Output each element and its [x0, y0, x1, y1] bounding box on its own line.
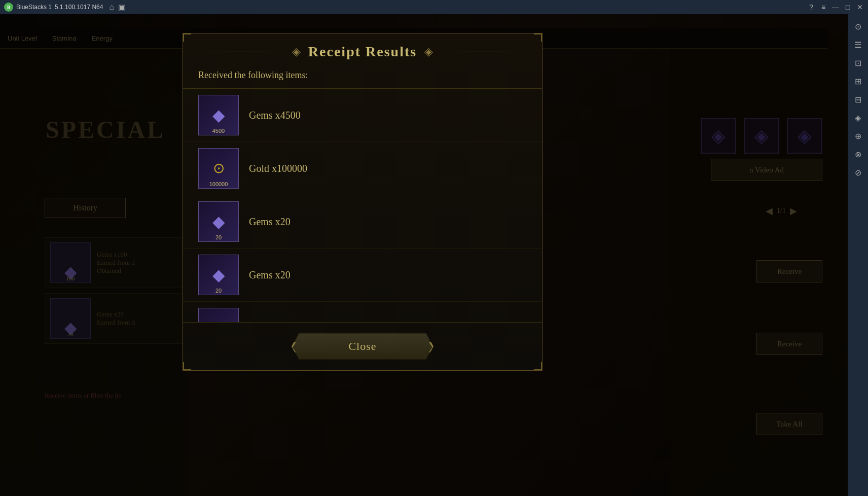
modal-subtitle: Received the following items: [183, 65, 542, 89]
item-count-1: 4500 [212, 128, 225, 134]
gem-icon-3: ◆ [212, 214, 225, 230]
corner-br [534, 362, 542, 370]
item-row-gold-100000: ⊙ 100000 Gold x100000 [183, 142, 542, 195]
sidebar-icon-9[interactable]: ⊘ [851, 165, 865, 180]
screenshot-icon[interactable]: ▣ [118, 3, 126, 12]
corner-bl [183, 362, 191, 370]
item-count-2: 100000 [209, 181, 228, 187]
modal-title: Receipt Results [308, 44, 417, 60]
sidebar-icon-1[interactable]: ⊙ [851, 19, 865, 33]
item-icon-gems-20c: ◆ 20 [198, 308, 239, 322]
gem-icon-4: ◆ [212, 267, 225, 283]
window-controls: ? ≡ — □ ✕ [807, 3, 864, 11]
item-row-gems-4500: ◆ 4500 Gems x4500 [183, 89, 542, 142]
header-ornament-right: ◈ [424, 45, 433, 58]
close-button-label: Close [348, 340, 376, 353]
home-icon[interactable]: ⌂ [109, 3, 114, 12]
item-count-4: 20 [215, 288, 222, 294]
item-count-3: 20 [215, 234, 222, 240]
item-row-gems-20c: ◆ 20 Gems x20 [183, 302, 542, 322]
sidebar-icon-3[interactable]: ⊡ [851, 56, 865, 70]
modal-footer: ❮ Close ❯ [183, 322, 542, 370]
header-ornament-left: ◈ [292, 45, 301, 58]
sidebar-icon-6[interactable]: ◈ [851, 111, 865, 125]
sidebar-icon-7[interactable]: ⊕ [851, 129, 865, 143]
gold-icon: ⊙ [213, 161, 225, 175]
receipt-modal: ◈ Receipt Results ◈ Received the followi… [183, 33, 542, 371]
close-button[interactable]: ❮ Close ❯ [292, 333, 433, 360]
header-line-left [198, 52, 284, 52]
item-row-gems-20b: ◆ 20 Gems x20 [183, 249, 542, 302]
header-line-right [441, 52, 527, 52]
item-label-gems-4500: Gems x4500 [249, 110, 301, 121]
menu-button[interactable]: ≡ [819, 3, 827, 11]
modal-header: ◈ Receipt Results ◈ [183, 33, 542, 65]
close-arrow-left: ❮ [289, 340, 298, 352]
item-label-gems-20b: Gems x20 [249, 269, 291, 281]
item-icon-gold-100000: ⊙ 100000 [198, 148, 239, 189]
item-row-gems-20a: ◆ 20 Gems x20 [183, 195, 542, 249]
minimize-button[interactable]: — [831, 3, 840, 11]
bluestacks-logo: B [4, 3, 13, 12]
bluestacks-sidebar: ⊙ ☰ ⊡ ⊞ ⊟ ◈ ⊕ ⊗ ⊘ [848, 14, 868, 496]
sidebar-icon-4[interactable]: ⊞ [851, 74, 865, 88]
app-title: BlueStacks 1 [16, 4, 52, 11]
item-label-gold-100000: Gold x100000 [249, 163, 307, 174]
sidebar-icon-2[interactable]: ☰ [851, 38, 865, 52]
item-icon-gems-4500: ◆ 4500 [198, 95, 239, 135]
sidebar-icon-5[interactable]: ⊟ [851, 92, 865, 107]
items-list: ◆ 4500 Gems x4500 ⊙ 100000 Gold x100000 … [183, 89, 542, 322]
close-arrow-right: ❯ [427, 340, 436, 352]
titlebar: B BlueStacks 1 5.1.100.1017 N64 ⌂ ▣ ? ≡ … [0, 0, 868, 14]
app-version: 5.1.100.1017 N64 [55, 4, 103, 11]
item-label-gems-20a: Gems x20 [249, 216, 291, 228]
item-icon-gems-20b: ◆ 20 [198, 255, 239, 295]
gem-icon-1: ◆ [212, 107, 225, 123]
maximize-button[interactable]: □ [844, 3, 852, 11]
gem-icon-5: ◆ [212, 320, 225, 322]
close-window-button[interactable]: ✕ [856, 3, 864, 11]
sidebar-icon-8[interactable]: ⊗ [851, 147, 865, 161]
item-icon-gems-20a: ◆ 20 [198, 201, 239, 242]
question-button[interactable]: ? [807, 3, 815, 11]
